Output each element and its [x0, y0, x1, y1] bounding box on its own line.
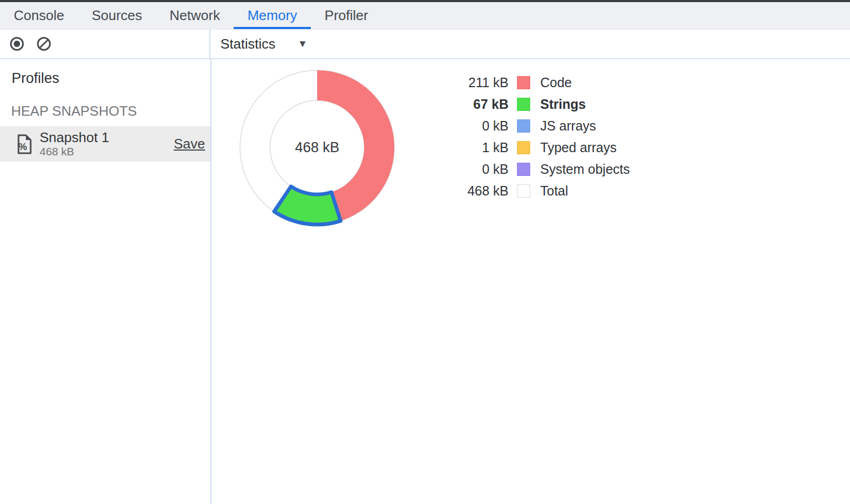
- strings-color-swatch: [517, 98, 530, 111]
- legend-row-system-objects[interactable]: 0 kB System objects: [452, 158, 630, 180]
- legend-value: 67 kB: [452, 97, 509, 112]
- heap-snapshots-section-label: HEAP SNAPSHOTS: [11, 103, 210, 119]
- legend-value: 0 kB: [452, 118, 509, 134]
- svg-text:%: %: [19, 142, 27, 152]
- typed-arrays-color-swatch: [517, 141, 530, 154]
- snapshot-size: 468 kB: [40, 145, 109, 158]
- legend-row-js-arrays[interactable]: 0 kB JS arrays: [452, 115, 630, 137]
- legend-label: JS arrays: [540, 118, 596, 134]
- code-color-swatch: [517, 76, 530, 89]
- legend-row-total[interactable]: 468 kB Total: [452, 180, 630, 202]
- snapshot-title: Snapshot 1: [40, 130, 109, 145]
- tab-network[interactable]: Network: [156, 2, 234, 29]
- tab-console[interactable]: Console: [0, 2, 78, 29]
- chevron-down-icon: ▼: [298, 38, 308, 50]
- donut-segment-strings[interactable]: [274, 186, 341, 225]
- record-heap-snapshot-button[interactable]: [9, 36, 25, 52]
- legend-row-code[interactable]: 211 kB Code: [452, 72, 630, 94]
- legend-label: Strings: [540, 97, 586, 112]
- js-arrays-color-swatch: [517, 119, 530, 133]
- legend-value: 1 kB: [452, 140, 509, 155]
- heap-snapshot-document-icon: %: [16, 134, 33, 155]
- legend-label: System objects: [540, 162, 630, 177]
- legend-value: 468 kB: [452, 183, 509, 199]
- legend-label: Code: [540, 75, 572, 90]
- clear-profiles-button[interactable]: [36, 36, 52, 52]
- save-snapshot-link[interactable]: Save: [174, 136, 205, 152]
- devtools-tab-bar: Console Sources Network Memory Profiler: [0, 2, 850, 30]
- profiles-sidebar: Profiles HEAP SNAPSHOTS % Snapshot 1 468…: [0, 59, 211, 504]
- chart-legend: 211 kB Code 67 kB Strings 0 kB JS arrays…: [452, 72, 630, 202]
- profiles-heading: Profiles: [12, 70, 210, 87]
- memory-toolbar: Statistics ▼: [0, 30, 850, 59]
- legend-row-strings[interactable]: 67 kB Strings: [452, 94, 630, 115]
- statistics-view: 468 kB 211 kB Code 67 kB Strings 0 kB JS…: [211, 59, 850, 504]
- tab-memory[interactable]: Memory: [234, 2, 311, 29]
- donut-outline-circle: [270, 100, 364, 194]
- tab-sources[interactable]: Sources: [78, 2, 155, 29]
- tab-profiler[interactable]: Profiler: [311, 2, 382, 29]
- legend-value: 0 kB: [452, 162, 509, 177]
- profiles-toolbar: [0, 30, 210, 58]
- total-color-swatch: [517, 184, 530, 198]
- snapshot-text: Snapshot 1 468 kB: [40, 130, 109, 158]
- clear-icon: [36, 36, 52, 52]
- legend-label: Typed arrays: [540, 140, 617, 155]
- legend-value: 211 kB: [452, 75, 509, 90]
- legend-label: Total: [540, 183, 568, 199]
- system-objects-color-swatch: [517, 163, 530, 176]
- sidebar-item-snapshot-1[interactable]: % Snapshot 1 468 kB Save: [0, 126, 210, 162]
- legend-row-typed-arrays[interactable]: 1 kB Typed arrays: [452, 137, 630, 158]
- memory-donut-chart[interactable]: [219, 50, 415, 245]
- record-icon: [9, 36, 25, 52]
